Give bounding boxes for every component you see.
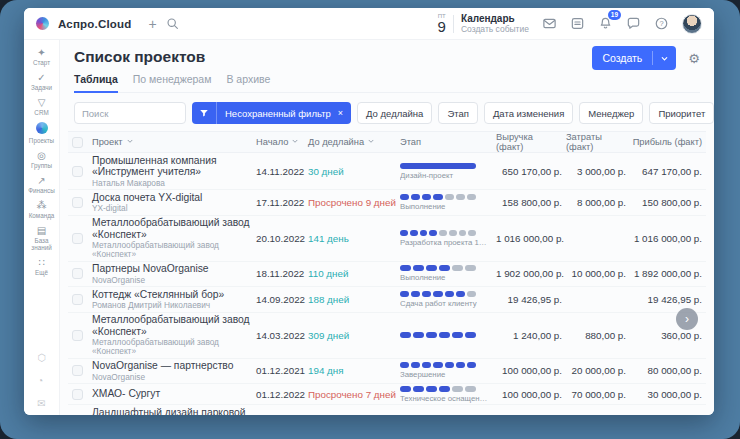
note-icon[interactable] <box>570 16 585 31</box>
sort-chevron-icon[interactable] <box>126 137 134 147</box>
stage-label: Выполнение <box>400 273 488 282</box>
sidebar-item-база-знаний[interactable]: ▤База знаний <box>24 225 59 251</box>
project-title[interactable]: NovaOrganise — партнерство <box>92 360 256 372</box>
table-row[interactable]: Доска почета YX-digitalYX-digital17.11.2… <box>68 190 706 216</box>
page-settings-icon[interactable]: ⚙ <box>686 50 702 67</box>
filter-button-этап[interactable]: Этап <box>438 102 478 124</box>
project-title[interactable]: Промышленная компания «Инструмент учител… <box>92 155 256 178</box>
stage-segment <box>426 332 437 338</box>
stage-segment <box>439 230 447 236</box>
filter-button-дата-изменения[interactable]: Дата изменения <box>484 102 573 124</box>
profit-value: 80 000,00 р. <box>630 365 706 376</box>
projects-icon <box>24 122 59 136</box>
mail-icon[interactable] <box>542 16 557 31</box>
sidebar-item-группы[interactable]: ◎Группы <box>24 150 59 169</box>
table-header: ПроектНачалоДо дедлайнаЭтапВыручка (факт… <box>68 131 706 153</box>
project-cell: Ландшафтный дизайн парковой территорииKr… <box>92 407 256 416</box>
row-checkbox[interactable] <box>72 166 83 177</box>
filter-button-приоритет[interactable]: Приоритет <box>649 102 714 124</box>
sidebar-item-crm[interactable]: ▽CRM <box>24 97 59 116</box>
column-label: Этап <box>400 137 421 147</box>
filter-button-до-дедлайна[interactable]: До дедлайна <box>357 102 432 124</box>
chat-icon[interactable] <box>626 16 641 31</box>
sidebar-item-label: Группы <box>24 162 59 169</box>
start-date: 14.09.2022 <box>256 294 308 305</box>
row-checkbox[interactable] <box>72 268 83 279</box>
profit-value: 30 000,00 р. <box>630 389 706 400</box>
calendar-widget[interactable]: ПТ 9 Календарь Создать событие <box>438 13 529 34</box>
stage-label: Завершение <box>400 370 488 379</box>
stage-segment <box>465 265 476 271</box>
project-title[interactable]: Металлообрабатывающий завод «Конспект» <box>92 314 256 337</box>
tab-таблица[interactable]: Таблица <box>74 73 118 93</box>
sidebar-item-финансы[interactable]: ↗Финансы <box>24 175 59 194</box>
header-checkbox[interactable] <box>72 137 83 148</box>
comment-icon[interactable]: ✉ <box>37 398 46 409</box>
sidebar-item-проекты[interactable]: Проекты <box>24 122 59 144</box>
stage-cell: Разработка проекта 1 в... <box>400 230 496 247</box>
project-title[interactable]: Партнеры NovaOrganise <box>92 263 256 275</box>
user-avatar[interactable] <box>682 14 702 34</box>
tab-в-архиве[interactable]: В архиве <box>226 73 270 92</box>
project-cell: NovaOrganise — партнерствоNovaOrganise <box>92 360 256 382</box>
sort-chevron-icon[interactable] <box>367 137 375 147</box>
chevron-down-icon[interactable] <box>653 54 676 63</box>
table-row[interactable]: NovaOrganise — партнерствоNovaOrganise01… <box>68 359 706 385</box>
row-checkbox[interactable] <box>72 365 83 376</box>
clear-filter-icon[interactable]: × <box>338 108 351 118</box>
table-row[interactable]: ХМАО- Сургут01.12.2022Просрочено 7 днейТ… <box>68 384 706 405</box>
sidebar-item-задачи[interactable]: ✓Задачи <box>24 72 59 91</box>
table-row[interactable]: Ландшафтный дизайн парковой территорииKr… <box>68 405 706 415</box>
project-subtitle: Металлообрабатывающий завод «Конспект» <box>92 338 256 356</box>
start-icon: ✦ <box>24 47 59 58</box>
project-title[interactable]: Коттедж «Стеклянный бор» <box>92 289 256 301</box>
stage-segment <box>400 415 411 416</box>
create-button[interactable]: Создать <box>592 46 676 70</box>
filter-button-менеджер[interactable]: Менеджер <box>579 102 643 124</box>
sort-chevron-icon[interactable] <box>291 137 299 147</box>
costs-value: 20 000,00 р. <box>566 365 630 376</box>
calendar-create-event[interactable]: Создать событие <box>461 24 529 34</box>
stage-label: Техническое оснащение <box>400 394 488 403</box>
stage-segment <box>410 230 418 236</box>
table-row[interactable]: Партнеры NovaOrganiseNovaOrganise18.11.2… <box>68 262 706 288</box>
project-title[interactable]: Металлообрабатывающий завод «Конспект» <box>92 217 256 240</box>
row-checkbox[interactable] <box>72 197 83 208</box>
table-row[interactable]: Металлообрабатывающий завод «Конспект»Ме… <box>68 313 706 359</box>
help-icon[interactable]: ? <box>654 16 669 31</box>
puzzle-icon[interactable]: ◔ <box>37 375 46 386</box>
table-row[interactable]: Металлообрабатывающий завод «Конспект»Ме… <box>68 216 706 262</box>
handshake-icon[interactable]: ⬡ <box>37 352 46 363</box>
quick-add-button[interactable]: + <box>149 17 157 31</box>
row-checkbox[interactable] <box>72 294 83 305</box>
tab-по-менеджерам[interactable]: По менеджерам <box>133 73 212 92</box>
column-header: До дедлайна <box>308 137 400 147</box>
start-date: 20.10.2022 <box>256 233 308 244</box>
sidebar-item-команда[interactable]: ⁂Команда <box>24 200 59 219</box>
stage-segment <box>465 415 476 416</box>
row-checkbox[interactable] <box>72 233 83 244</box>
project-title[interactable]: Ландшафтный дизайн парковой территории <box>92 407 256 416</box>
stage-segment <box>400 291 409 297</box>
notification-badge: 19 <box>608 10 621 20</box>
column-label: Начало <box>256 137 288 147</box>
project-title[interactable]: Доска почета YX-digital <box>92 192 256 204</box>
search-icon[interactable] <box>166 17 179 30</box>
deadline-value: 194 дня <box>308 365 400 376</box>
stage-segment <box>465 332 476 338</box>
table-row[interactable]: Коттедж «Стеклянный бор»Романов Дмитрий … <box>68 287 706 313</box>
table-row[interactable]: Промышленная компания «Инструмент учител… <box>68 153 706 190</box>
search-input[interactable] <box>74 102 186 124</box>
bell-icon[interactable]: 19 <box>598 16 613 31</box>
row-checkbox[interactable] <box>72 330 83 341</box>
row-checkbox[interactable] <box>72 389 83 400</box>
sidebar-item-старт[interactable]: ✦Старт <box>24 47 59 66</box>
sidebar-item-ещё[interactable]: ∷Ещё <box>24 257 59 276</box>
active-filter-chip[interactable]: Несохраненный фильтр × <box>192 102 351 124</box>
stage-segment <box>426 415 437 416</box>
column-header: Прибыль (факт) <box>630 137 706 147</box>
scroll-right-button[interactable]: › <box>676 308 698 330</box>
more-grid-icon: ∷ <box>24 257 59 268</box>
project-title[interactable]: ХМАО- Сургут <box>92 388 256 400</box>
svg-text:?: ? <box>659 19 663 28</box>
